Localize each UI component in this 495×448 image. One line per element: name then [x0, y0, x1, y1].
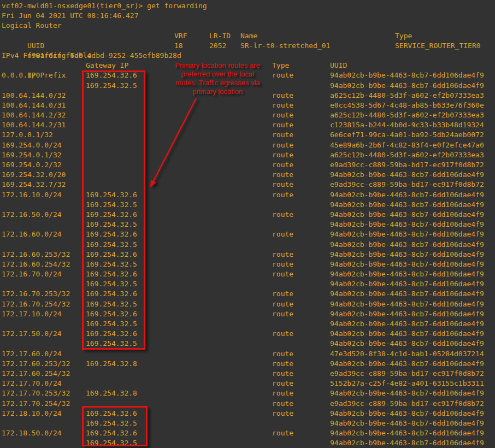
forwarding-table-row-line: 169.254.32.594ab02cb-b9be-4463-8cb7-6dd1…	[2, 200, 495, 210]
forwarding-table-row-line: 172.17.70.254/32routee9ad39cc-c889-59ba-…	[2, 399, 495, 409]
cell-lr-name: SR-lr-t0-stretched_01	[240, 41, 330, 51]
forwarding-table-row-line: 172.17.60.254/32routee9ad39cc-c889-59ba-…	[2, 369, 495, 379]
forwarding-table-row-line: 172.17.60.253/32169.254.32.8route94ab02c…	[2, 359, 495, 369]
prompt-line: vcf02-mwld01-nsxedge01(tier0_sr)> get fo…	[2, 1, 495, 11]
forwarding-table-row-line: 172.16.60.0/24169.254.32.6route94ab02cb-…	[2, 229, 495, 239]
terminal-screen: vcf02-mwld01-nsxedge01(tier0_sr)> get fo…	[0, 0, 495, 448]
cell-ip-prefix: 172.17.60.0/24	[2, 350, 62, 358]
cell-ip-prefix: 100.64.144.2/32	[2, 111, 66, 119]
cell-type: route	[272, 299, 293, 309]
cell-lr-vrf: 18	[174, 41, 183, 51]
header-lr-vrf: VRF	[174, 31, 187, 41]
logical-router-section-title: Logical Router	[2, 21, 495, 31]
forwarding-table-row-line: 172.16.60.253/32169.254.32.6route94ab02c…	[2, 250, 495, 260]
cell-ip-prefix: 172.17.50.0/24	[2, 329, 62, 338]
forwarding-table-row-line: 100.64.144.0/31routee0cc4538-5d67-4c48-a…	[2, 101, 495, 110]
cell-gateway-ip: 169.254.32.8	[86, 388, 137, 398]
cell-type: route	[272, 101, 293, 110]
cell-type: route	[272, 428, 293, 438]
cell-uuid: 94ab02cb-b9be-4463-8cb7-6dd106dae4f9	[330, 200, 484, 210]
annotation-note-line: routes. Traffic egresses via	[155, 79, 280, 87]
timestamp-line: Fri Jun 04 2021 UTC 08:16:46.427	[2, 11, 495, 21]
logical-router-data-row: f981f6cf-f6d0-4dbd-9252-455efb89b28d 18 …	[2, 41, 495, 51]
cell-ip-prefix: 172.18.10.0/24	[2, 409, 62, 417]
cell-ip-prefix: 172.17.70.0/24	[2, 379, 62, 387]
header-uuid: UUID	[330, 61, 347, 70]
cell-uuid: 94ab02cb-b9be-4463-8cb7-6dd106dae4f9	[330, 190, 484, 200]
cell-type: route	[272, 359, 293, 369]
highlight-box-primary-gateways	[82, 70, 145, 350]
cell-uuid: 94ab02cb-b9be-4463-8cb7-6dd106dae4f9	[330, 229, 484, 239]
cell-uuid: e9ad39cc-c889-59ba-bd17-ec917f0d8b72	[330, 399, 484, 409]
cell-type: route	[272, 409, 293, 418]
forwarding-table-row-line: 100.64.144.2/32routea625c12b-4480-5d3f-a…	[2, 110, 495, 120]
cell-uuid: 94ab02cb-b9be-4463-8cb7-6dd106dae4f9	[330, 240, 484, 250]
forwarding-table-row-line: 172.16.50.0/24169.254.32.6route94ab02cb-…	[2, 210, 495, 220]
cell-ip-prefix: 169.254.0.2/32	[2, 161, 62, 169]
cell-lr-id: 2052	[209, 41, 226, 51]
forwarding-table-row-line: 169.254.32.594ab02cb-b9be-4463-8cb7-6dd1…	[2, 240, 495, 250]
annotation-note-line: primary location	[155, 87, 280, 96]
cell-type: route	[272, 120, 293, 130]
cell-ip-prefix: 172.16.70.0/24	[2, 270, 62, 278]
cell-uuid: 94ab02cb-b9be-4463-8cb7-6dd106dae4f9	[330, 418, 484, 428]
header-gateway-ip: Gateway IP	[86, 61, 128, 70]
cell-ip-prefix: 127.0.0.1/32	[2, 131, 53, 139]
cell-ip-prefix: 172.16.10.0/24	[2, 191, 62, 199]
cell-ip-prefix: 169.254.32.0/20	[2, 170, 66, 179]
cell-type: route	[272, 250, 293, 260]
cell-lr-type: SERVICE_ROUTER_TIER0	[395, 41, 481, 51]
cell-ip-prefix: 172.17.70.254/32	[2, 399, 70, 408]
cell-uuid: a625c12b-4480-5d3f-a602-ef2b07333ea3	[330, 91, 484, 101]
forwarding-table-row-line: 172.16.70.0/24169.254.32.6route94ab02cb-…	[2, 269, 495, 279]
forwarding-table-row-line: 169.254.32.594ab02cb-b9be-4463-8cb7-6dd1…	[2, 438, 495, 448]
cell-type: route	[272, 329, 293, 339]
cell-type: route	[272, 190, 293, 200]
forwarding-table-row-line: 169.254.0.1/32routea625c12b-4480-5d3f-a6…	[2, 150, 495, 160]
cell-ip-prefix: 172.16.70.254/32	[2, 300, 70, 308]
cell-uuid: e9ad39cc-c889-59ba-bd17-ec917f0d8b72	[330, 369, 484, 379]
forwarding-table-row-line: 169.254.0.0/24route45e89a6b-2b6f-4c82-83…	[2, 140, 495, 150]
cell-type: route	[272, 210, 293, 220]
cell-uuid: 6e6cef71-99ca-4a01-ba92-5db24aeb0072	[330, 130, 484, 140]
cell-type: route	[272, 269, 293, 279]
cell-gateway-ip: 169.254.32.8	[86, 359, 137, 369]
cell-type: route	[272, 130, 293, 140]
cell-type: route	[272, 309, 293, 319]
cell-uuid: e9ad39cc-c889-59ba-bd17-ec917f0d8b72	[330, 180, 484, 190]
cell-uuid: e0cc4538-5d67-4c48-ab85-b633e76f360e	[330, 101, 484, 110]
cell-uuid: a625c12b-4480-5d3f-a602-ef2b07333ea3	[330, 150, 484, 160]
forwarding-table-body: 0.0.0.0/0169.254.32.6route94ab02cb-b9be-…	[2, 70, 495, 448]
cell-ip-prefix: 169.254.32.7/32	[2, 180, 66, 188]
cell-ip-prefix: 172.17.60.253/32	[2, 359, 70, 368]
cell-type: route	[272, 369, 293, 379]
cell-uuid: 94ab02cb-b9be-4463-8cb7-6dd106dae4f9	[330, 269, 484, 279]
cell-type: route	[272, 388, 293, 398]
cell-type: route	[272, 170, 293, 180]
cell-ip-prefix: 172.16.60.254/32	[2, 260, 70, 268]
cell-uuid: a625c12b-4480-5d3f-a602-ef2b07333ea3	[330, 110, 484, 120]
cell-uuid: 94ab02cb-b9be-4463-8cb7-6dd106dae4f9	[330, 319, 484, 329]
header-lr-type: Type	[395, 31, 412, 41]
highlight-box-bottom-gateways	[82, 406, 148, 446]
cell-uuid: 94ab02cb-b9be-4463-8cb7-6dd106dae4f9	[330, 329, 484, 339]
cell-ip-prefix: 172.16.70.253/32	[2, 290, 70, 298]
forwarding-table-row-line: 172.16.60.254/32169.254.32.5route94ab02c…	[2, 260, 495, 269]
cell-uuid: 94ab02cb-b9be-4463-8cb7-6dd106dae4f9	[330, 428, 484, 438]
forwarding-table-row-line: 172.17.70.0/24route5152b27a-c25f-4e82-a4…	[2, 379, 495, 388]
cell-ip-prefix: 169.254.0.1/32	[2, 151, 62, 159]
forwarding-table-row-line: 172.18.50.0/24169.254.32.6route94ab02cb-…	[2, 428, 495, 438]
timestamp-text: Fri Jun 04 2021 UTC 08:16:46.427	[2, 11, 138, 20]
cell-ip-prefix: 0.0.0.0/0	[2, 71, 40, 79]
cell-type: route	[272, 229, 293, 239]
forwarding-table-row-line: 100.64.144.2/31routec123815a-b244-4b0d-9…	[2, 120, 495, 130]
cell-uuid: 94ab02cb-b9be-4463-8cb7-6dd106dae4f9	[330, 438, 484, 448]
cell-uuid: 94ab02cb-b9be-4463-8cb7-6dd106dae4f9	[330, 289, 484, 299]
cell-uuid: 94ab02cb-b9be-4463-8cb7-6dd106dae4f9	[330, 220, 484, 229]
cell-uuid: 45e89a6b-2b6f-4c82-83f4-e0f2efce47a0	[330, 140, 484, 150]
cell-uuid: 94ab02cb-b9be-4463-8cb7-6dd106dae4f9	[330, 388, 484, 398]
cell-type: route	[272, 379, 293, 388]
cell-ip-prefix: 172.16.50.0/24	[2, 210, 62, 219]
forwarding-table-row-line: 172.16.10.0/24169.254.32.6route94ab02cb-…	[2, 190, 495, 200]
forwarding-table-row-line: 172.18.10.0/24169.254.32.6route94ab02cb-…	[2, 409, 495, 418]
